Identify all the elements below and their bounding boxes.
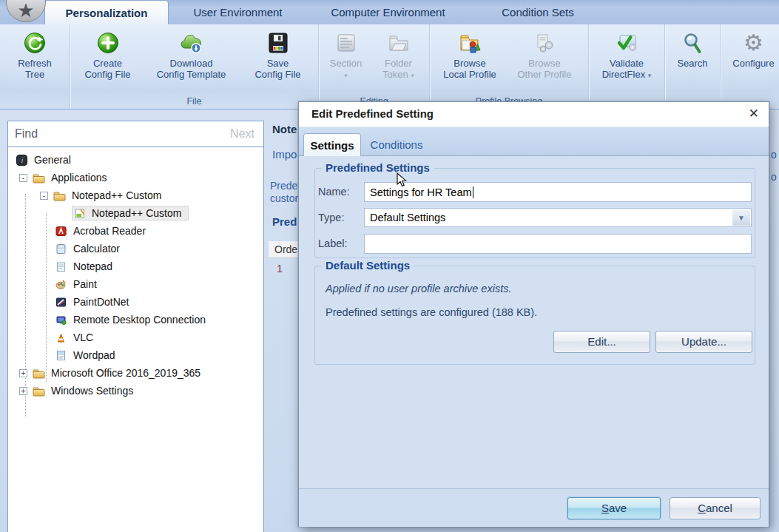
- tree-item-paintdotnet[interactable]: PaintDotNet: [8, 293, 263, 311]
- tree-body: i General - Applications - Notepad++ Cus…: [8, 148, 263, 532]
- ribbon-group-validate: ValidateDirectFlex ▾: [588, 24, 664, 109]
- calculator-icon: [55, 243, 67, 255]
- tree-item-acrobat-reader[interactable]: Acrobat Reader: [8, 222, 263, 240]
- tab-settings[interactable]: Settings: [303, 133, 361, 156]
- search-button[interactable]: Search: [669, 27, 716, 69]
- ribbon-tab-strip: Personalization User Environment Compute…: [0, 0, 779, 24]
- tree-item-general[interactable]: i General: [8, 151, 263, 169]
- vlc-icon: [55, 331, 67, 343]
- download-config-template-button[interactable]: DownloadConfig Template: [141, 27, 243, 80]
- tree-item-applications[interactable]: - Applications: [8, 169, 263, 186]
- dialog-tab-strip: Settings Conditions: [299, 127, 769, 156]
- dropdown-arrow-icon: ▾: [411, 72, 414, 79]
- tree-selection: Notepad++ Custom: [72, 206, 189, 220]
- bg-fragment-custom: custor: [270, 192, 298, 204]
- tab-computer-environment[interactable]: Computer Environment: [307, 0, 469, 24]
- chevron-down-icon[interactable]: ▼: [732, 209, 750, 226]
- ribbon-group-file: CreateConfig File DownloadConfig Templat…: [70, 24, 318, 109]
- tree-item-calculator[interactable]: Calculator: [8, 240, 263, 257]
- bg-fragment-right-1: o: [771, 149, 777, 161]
- bg-fragment-import-tab: Impo: [272, 148, 297, 161]
- ribbon-group-configure: ⚙ Configure: [720, 24, 779, 109]
- bg-fragment-right-2: o: [771, 171, 777, 183]
- dialog-footer: Save Cancel: [299, 488, 769, 527]
- tree-item-microsoft-office[interactable]: + Microsoft Office 2016_2019_365: [8, 364, 263, 382]
- general-icon: i: [16, 154, 28, 166]
- name-input[interactable]: Settings for HR Team: [364, 182, 752, 202]
- ribbon-group-editing: Section▾ FolderToken ▾ Editing: [318, 24, 429, 109]
- cancel-button[interactable]: Cancel: [670, 497, 761, 519]
- folder-token-icon: [386, 28, 411, 58]
- tree-item-notepad[interactable]: Notepad: [8, 257, 263, 275]
- find-input[interactable]: Find: [15, 127, 38, 141]
- bg-fragment-predef: Predef: [270, 180, 300, 192]
- tree-item-wordpad[interactable]: Wordpad: [8, 346, 263, 364]
- star-icon: ★: [17, 0, 34, 21]
- close-icon[interactable]: ✕: [749, 106, 759, 121]
- folder-icon: [33, 172, 45, 183]
- tree-item-remote-desktop-connection[interactable]: Remote Desktop Connection: [8, 311, 263, 329]
- configure-button[interactable]: ⚙ Configure: [722, 27, 779, 69]
- tree-item-windows-settings[interactable]: + Windows Settings: [8, 382, 263, 400]
- collapse-toggle-icon[interactable]: -: [40, 192, 48, 200]
- browse-other-profile-icon: [532, 28, 557, 58]
- tree-item-notepadpp-custom-folder[interactable]: - Notepad++ Custom: [8, 186, 263, 204]
- predefined-settings-legend: Predefined Settings: [322, 161, 434, 174]
- save-button[interactable]: Save: [567, 497, 661, 519]
- text-caret: [473, 186, 473, 198]
- section-icon: [334, 28, 358, 58]
- tree-item-notepadpp-custom-selected[interactable]: Notepad++ Custom: [8, 204, 263, 222]
- save-config-file-button[interactable]: SaveConfig File: [243, 27, 314, 80]
- folder-icon: [33, 385, 45, 397]
- dialog-title-bar: Edit Predefined Setting ✕: [299, 102, 769, 127]
- tree-item-paint[interactable]: Paint: [8, 275, 263, 293]
- update-button[interactable]: Update...: [655, 331, 752, 353]
- bg-fragment-pred-legend: Pred: [272, 215, 297, 228]
- bg-fragment-note: Note: [272, 123, 297, 135]
- folder-icon: [53, 189, 66, 201]
- validate-directflex-button[interactable]: ValidateDirectFlex ▾: [591, 27, 662, 81]
- dropdown-arrow-icon: ▾: [648, 72, 652, 79]
- type-label: Type:: [318, 212, 344, 223]
- default-settings-note: Applied if no user profile archive exist…: [326, 283, 511, 294]
- dialog-title: Edit Predefined Setting: [311, 107, 434, 120]
- type-dropdown[interactable]: Default Settings ▼: [364, 208, 752, 227]
- ribbon-group-refresh: RefreshTree: [0, 24, 70, 109]
- section-button[interactable]: Section▾: [322, 27, 371, 81]
- tab-user-environment[interactable]: User Environment: [169, 0, 307, 24]
- ribbon: RefreshTree CreateConfig File DownloadCo…: [0, 24, 779, 110]
- browse-other-profile-button[interactable]: BrowseOther Profile: [505, 27, 584, 80]
- collapse-toggle-icon[interactable]: -: [19, 174, 27, 182]
- expand-toggle-icon[interactable]: +: [19, 369, 27, 377]
- notepad-icon: [55, 260, 67, 272]
- navigation-tree-panel: Find Next i General - Applications -: [7, 121, 264, 532]
- edit-button[interactable]: Edit...: [553, 331, 650, 353]
- tab-personalization[interactable]: Personalization: [44, 0, 169, 24]
- configured-status-text: Predefined settings are configured (188 …: [326, 306, 537, 318]
- create-config-file-button[interactable]: CreateConfig File: [75, 27, 141, 80]
- folder-token-button[interactable]: FolderToken ▾: [371, 27, 427, 81]
- mouse-cursor: [397, 172, 408, 192]
- label-input[interactable]: [364, 234, 752, 254]
- find-next-button[interactable]: Next: [230, 127, 254, 141]
- configure-icon: ⚙: [743, 28, 763, 58]
- tab-conditions[interactable]: Conditions: [362, 133, 431, 156]
- remote-desktop-icon: [55, 314, 67, 326]
- expand-toggle-icon[interactable]: +: [19, 387, 27, 395]
- tree-item-vlc[interactable]: VLC: [8, 329, 263, 346]
- acrobat-icon: [55, 225, 67, 237]
- search-icon: [681, 28, 704, 58]
- save-config-file-icon: [266, 28, 290, 58]
- refresh-tree-button[interactable]: RefreshTree: [4, 27, 66, 80]
- wordpad-icon: [55, 349, 67, 361]
- tab-condition-sets[interactable]: Condition Sets: [469, 0, 607, 24]
- find-bar[interactable]: Find Next: [8, 121, 263, 147]
- browse-local-profile-button[interactable]: BrowseLocal Profile: [434, 27, 505, 80]
- bg-fragment-order-value: 1: [277, 263, 283, 275]
- group-label-file: File: [70, 95, 318, 108]
- folder-icon: [33, 367, 45, 379]
- default-settings-legend: Default Settings: [322, 259, 414, 272]
- dropdown-arrow-icon: ▾: [344, 72, 348, 79]
- create-config-file-icon: [96, 28, 120, 58]
- paint-icon: [55, 278, 67, 290]
